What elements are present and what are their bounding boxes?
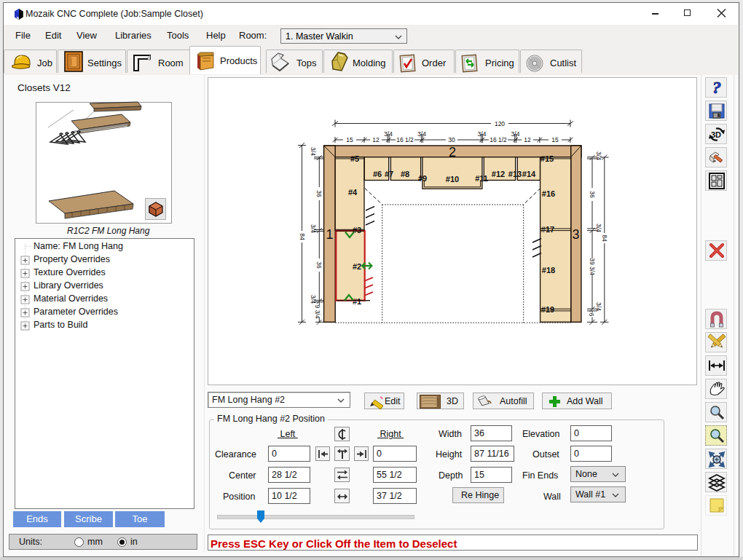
svg-text:3/4: 3/4 xyxy=(595,151,602,160)
svg-text:3/4: 3/4 xyxy=(384,130,393,138)
svg-text:#18: #18 xyxy=(542,266,555,275)
svg-text:#8: #8 xyxy=(401,170,409,178)
svg-text:3/4: 3/4 xyxy=(310,295,317,304)
svg-text:#4: #4 xyxy=(348,188,358,197)
svg-text:#19: #19 xyxy=(541,305,554,314)
svg-text:#3: #3 xyxy=(353,226,361,234)
svg-text:3/4: 3/4 xyxy=(595,224,602,232)
svg-text:#11: #11 xyxy=(475,174,488,183)
svg-text:#7: #7 xyxy=(385,170,393,178)
svg-text:16 1/2: 16 1/2 xyxy=(396,136,414,143)
svg-text:2: 2 xyxy=(449,145,456,159)
svg-text:6: 6 xyxy=(588,313,595,317)
svg-text:15: 15 xyxy=(346,136,353,143)
svg-text:84: 84 xyxy=(299,233,306,240)
svg-text:#5: #5 xyxy=(350,154,359,163)
svg-text:9 3/4: 9 3/4 xyxy=(314,305,321,319)
svg-text:3/4: 3/4 xyxy=(511,130,520,138)
svg-text:3: 3 xyxy=(572,227,579,242)
svg-text:#6: #6 xyxy=(373,170,382,178)
svg-text:3/4: 3/4 xyxy=(310,147,317,156)
svg-text:30: 30 xyxy=(448,136,455,143)
svg-text:#13: #13 xyxy=(508,170,522,178)
svg-text:12: 12 xyxy=(524,136,531,143)
svg-text:#2: #2 xyxy=(353,262,361,271)
svg-text:#17: #17 xyxy=(541,225,554,234)
svg-text:#16: #16 xyxy=(542,189,555,198)
svg-text:#9: #9 xyxy=(418,174,427,183)
svg-text:1: 1 xyxy=(326,227,333,242)
svg-text:84: 84 xyxy=(601,234,608,242)
svg-text:12: 12 xyxy=(372,136,380,143)
svg-text:3/4: 3/4 xyxy=(417,130,426,138)
svg-text:#10: #10 xyxy=(446,175,459,184)
svg-text:15: 15 xyxy=(551,136,559,143)
svg-text:39 3/4: 39 3/4 xyxy=(589,258,596,275)
svg-text:120: 120 xyxy=(495,120,505,127)
svg-text:#12: #12 xyxy=(492,170,505,178)
svg-text:#15: #15 xyxy=(540,154,554,163)
svg-text:#1: #1 xyxy=(353,297,361,306)
svg-text:?: ? xyxy=(712,78,721,97)
svg-text:36: 36 xyxy=(315,190,323,197)
svg-text:3/4: 3/4 xyxy=(595,302,602,311)
svg-text:#14: #14 xyxy=(522,170,536,178)
svg-text:36: 36 xyxy=(315,261,323,269)
svg-text:3/4: 3/4 xyxy=(310,224,317,233)
svg-text:36: 36 xyxy=(589,191,596,198)
svg-text:3/4: 3/4 xyxy=(478,130,487,138)
svg-text:16 1/2: 16 1/2 xyxy=(490,136,507,143)
